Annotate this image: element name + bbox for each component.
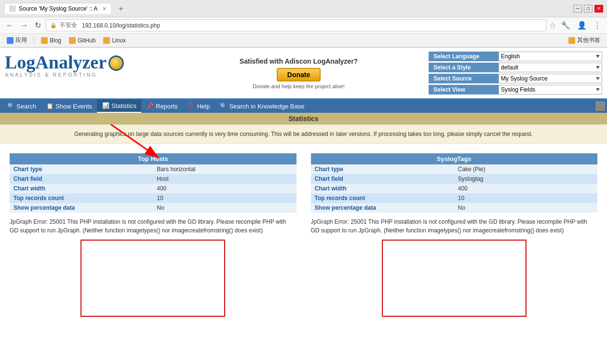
bookmark-blog[interactable]: Blog (38, 36, 64, 45)
source-control-row: Select Source My Syslog Source (429, 74, 602, 83)
style-control-row: Select a Style default (429, 63, 602, 72)
folder-icon (568, 37, 575, 44)
logo-area: LogAnalyzer ANALYSIS & REPORTING (5, 52, 169, 94)
minimize-button[interactable]: ─ (573, 5, 582, 13)
right-controls: Select Language English Select a Style d… (429, 52, 602, 94)
statistics-icon: 📊 (102, 102, 109, 109)
forward-button[interactable]: → (18, 20, 30, 31)
chart-type-label: Chart type (10, 164, 153, 174)
title-bar: Source 'My Syslog Source' :: A ✕ + ─ □ ✕ (0, 0, 607, 17)
top-records-value: 10 (153, 193, 296, 203)
syslogtags-title: SyslogTags (311, 153, 598, 164)
chart-width-value: 400 (153, 184, 296, 193)
chart1-placeholder (81, 240, 225, 317)
satisfied-text: Satisfied with Adiscon LogAnalyzer? (240, 57, 358, 65)
reports-icon: 📌 (146, 102, 154, 110)
maximize-button[interactable]: □ (584, 5, 593, 13)
nav-help-label: Help (197, 103, 210, 110)
language-label: Select Language (429, 52, 499, 61)
top-hosts-table: Top Hosts Chart type Bars horizontal Cha… (10, 153, 297, 213)
refresh-button[interactable]: ↻ (33, 20, 43, 31)
back-button[interactable]: ← (4, 20, 15, 31)
table-row: Chart field Host (10, 174, 297, 184)
bookmark-linux[interactable]: Linux (100, 36, 129, 45)
chart-field-value: Syslogtag (454, 174, 597, 184)
chart-width-label: Chart width (10, 184, 153, 193)
style-select[interactable]: default (499, 63, 602, 72)
top-records-label: Top records count (10, 193, 153, 203)
show-events-icon: 📋 (46, 102, 54, 110)
bookmark-blog-label: Blog (50, 37, 61, 44)
menu-button[interactable]: ⋮ (592, 20, 603, 31)
table-row: Chart width 400 (10, 184, 297, 193)
show-pct-label: Show percentage data (311, 203, 454, 213)
bookmark-github-label: GitHub (78, 37, 95, 44)
tab-close-button[interactable]: ✕ (102, 6, 107, 12)
extensions-button[interactable]: 🔧 (559, 20, 572, 31)
bookmark-other[interactable]: 其他书签 (566, 35, 603, 45)
nav-item-help[interactable]: ❓ Help (183, 100, 215, 112)
bookmarks-bar: 应用 Blog GitHub Linux 其他书签 (0, 34, 607, 47)
nav-reports-label: Reports (156, 103, 178, 110)
nav-right (595, 101, 605, 111)
nav-search-label: Search (16, 103, 36, 110)
chart-width-value: 400 (454, 184, 597, 193)
nav-item-statistics[interactable]: 📊 Statistics (97, 99, 141, 113)
nav-item-search[interactable]: 🔍 Search (2, 100, 41, 112)
bookmark-apps[interactable]: 应用 (4, 35, 30, 45)
table-row: Top records count 10 (311, 193, 598, 203)
nav-item-reports[interactable]: 📌 Reports (141, 100, 183, 112)
nav-item-knowledge-base[interactable]: 🔍 Search in Knowledge Base (215, 100, 309, 112)
source-select[interactable]: My Syslog Source (499, 74, 602, 83)
syslogtags-table: SyslogTags Chart type Cake (Pie) Chart f… (311, 153, 598, 213)
style-label: Select a Style (429, 63, 499, 72)
folder-icon (69, 37, 76, 44)
bookmark-star-button[interactable]: ☆ (549, 21, 556, 30)
close-button[interactable]: ✕ (594, 5, 603, 13)
chart-field-label: Chart field (10, 174, 153, 184)
logo-icon (108, 55, 124, 71)
donate-desc: Donate and help keep the project alive! (253, 83, 345, 89)
table-row: Top records count 10 (10, 193, 297, 203)
view-select[interactable]: Syslog Fields (499, 85, 602, 94)
bookmark-github[interactable]: GitHub (66, 36, 98, 45)
donate-button[interactable]: Donate (277, 68, 321, 81)
browser-chrome: Source 'My Syslog Source' :: A ✕ + ─ □ ✕… (0, 0, 607, 48)
window-controls: ─ □ ✕ (573, 5, 603, 13)
language-select[interactable]: English (499, 52, 602, 61)
bookmark-apps-label: 应用 (15, 36, 27, 44)
table-row: Chart field Syslogtag (311, 174, 598, 184)
user-button[interactable]: 👤 (575, 20, 589, 31)
nav-knowledge-base-label: Search in Knowledge Base (229, 103, 304, 110)
table-row: Show percentage data No (10, 203, 297, 213)
address-bar[interactable]: 🔒 不安全 192.168.0.10/log/statistics.php (46, 19, 546, 31)
warning-bar: Generating graphics on large data source… (0, 124, 607, 144)
help-icon: ❓ (188, 102, 195, 110)
top-records-value: 10 (454, 193, 597, 203)
nav-square-button[interactable] (595, 101, 605, 111)
table-row: Chart type Cake (Pie) (311, 164, 598, 174)
page-content: LogAnalyzer ANALYSIS & REPORTING Satisfi… (0, 48, 607, 331)
nav-statistics-label: Statistics (111, 102, 136, 109)
chart2-error-text: JpGraph Error: 25001 This PHP installati… (311, 217, 598, 235)
browser-nav-bar: ← → ↻ 🔒 不安全 192.168.0.10/log/statistics.… (0, 17, 607, 34)
chart-type-value: Cake (Pie) (454, 164, 597, 174)
page-header: LogAnalyzer ANALYSIS & REPORTING Satisfi… (0, 48, 607, 99)
chart-type-label: Chart type (311, 164, 454, 174)
nav-item-show-events[interactable]: 📋 Show Events (41, 100, 97, 112)
apps-icon (7, 37, 13, 44)
chart-type-value: Bars horizontal (153, 164, 296, 174)
page-title: Statistics (288, 115, 318, 122)
show-pct-value: No (153, 203, 296, 213)
security-icon: 🔒 (50, 22, 57, 28)
view-label: Select View (429, 85, 499, 94)
browser-tab[interactable]: Source 'My Syslog Source' :: A ✕ (4, 3, 112, 14)
tab-favicon (9, 5, 16, 12)
table-row: Chart type Bars horizontal (10, 164, 297, 174)
tab-title: Source 'My Syslog Source' :: A (19, 5, 97, 12)
chart2-placeholder (382, 240, 526, 317)
new-tab-button[interactable]: + (116, 4, 126, 13)
bookmark-linux-label: Linux (112, 37, 126, 44)
nav-menu: 🔍 Search 📋 Show Events 📊 Statistics 📌 Re… (0, 99, 607, 113)
main-content: Top Hosts Chart type Bars horizontal Cha… (0, 144, 607, 331)
